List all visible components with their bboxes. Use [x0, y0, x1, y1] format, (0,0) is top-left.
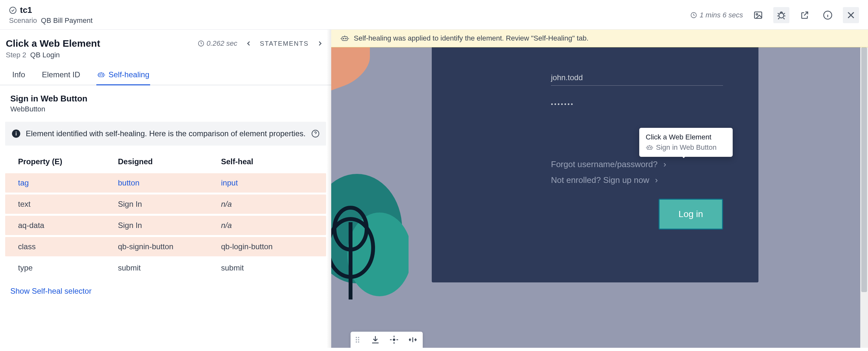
- scenario-label: Scenario: [9, 17, 37, 25]
- enroll-link: Not enrolled? Sign up now›: [551, 175, 723, 185]
- svg-rect-7: [99, 73, 104, 77]
- tab-element-id[interactable]: Element ID: [41, 66, 81, 85]
- robot-icon: [646, 145, 653, 150]
- element-type: WebButton: [10, 105, 321, 113]
- info-icon[interactable]: [820, 7, 836, 23]
- info-panel-text: Element identified with self-healing. He…: [26, 128, 306, 139]
- bug-icon[interactable]: [773, 7, 789, 23]
- cell-designed: submit: [118, 263, 221, 273]
- drag-handle-icon[interactable]: [356, 337, 362, 343]
- step-label: Step 2: [6, 51, 26, 59]
- tooltip-title: Click a Web Element: [646, 133, 726, 141]
- cell-self-heal: qb-login-button: [221, 242, 313, 251]
- step-value: QB Login: [30, 51, 60, 59]
- scrollbar-thumb[interactable]: [861, 47, 867, 292]
- svg-point-22: [648, 148, 649, 148]
- statements-button[interactable]: STATEMENTS: [260, 40, 309, 47]
- svg-rect-11: [16, 133, 17, 135]
- tooltip-subtitle: Sign in Web Button: [656, 143, 717, 152]
- property-table: Property (E) Designed Self-heal tagbutto…: [0, 146, 331, 278]
- cell-property: type: [18, 263, 118, 273]
- download-icon[interactable]: [371, 335, 380, 345]
- decoration-tree: [331, 164, 408, 299]
- scenario-value: QB Bill Payment: [41, 17, 92, 25]
- target-icon[interactable]: [389, 335, 399, 345]
- cell-designed: Sign In: [118, 221, 221, 230]
- cell-self-heal: input: [221, 179, 313, 187]
- banner-text: Self-healing was applied to identify the…: [354, 34, 589, 42]
- svg-point-16: [345, 38, 346, 39]
- total-time: 1 mins 6 secs: [690, 11, 743, 19]
- password-field: •••••••: [551, 101, 574, 107]
- cell-property: aq-data: [18, 221, 118, 230]
- next-step-button[interactable]: [314, 38, 326, 49]
- svg-point-8: [99, 75, 100, 75]
- step-duration: 0.262 sec: [197, 39, 237, 47]
- svg-point-4: [779, 13, 784, 18]
- col-property: Property (E): [18, 157, 118, 166]
- left-panel: Click a Web Element Step 2 QB Login 0.26…: [0, 30, 331, 348]
- fit-width-icon[interactable]: [408, 335, 417, 345]
- tab-self-healing[interactable]: Self-healing: [96, 66, 150, 85]
- svg-point-24: [394, 339, 395, 341]
- username-field: john.todd: [551, 73, 583, 82]
- screenshot-toolbar[interactable]: [350, 332, 423, 348]
- tab-info[interactable]: Info: [11, 66, 26, 85]
- prev-step-button[interactable]: [243, 38, 254, 49]
- close-button[interactable]: [843, 7, 859, 23]
- cell-self-heal: submit: [221, 263, 313, 273]
- step-title: Click a Web Element: [6, 38, 100, 49]
- vertical-scrollbar[interactable]: [860, 47, 868, 348]
- svg-point-23: [650, 148, 651, 148]
- header-right: 1 mins 6 secs: [690, 7, 859, 23]
- svg-point-3: [756, 13, 758, 15]
- info-panel: Element identified with self-healing. He…: [5, 122, 326, 146]
- login-button: Log in: [658, 199, 723, 230]
- cell-designed: Sign In: [118, 200, 221, 209]
- show-self-heal-selector-link[interactable]: Show Self-heal selector: [0, 278, 331, 296]
- external-link-icon[interactable]: [797, 7, 813, 23]
- forgot-link: Forgot username/password?›: [551, 159, 723, 169]
- cell-property: text: [18, 200, 118, 209]
- table-row: typesubmitsubmit: [5, 258, 326, 278]
- table-row: aq-dataSign Inn/a: [5, 216, 326, 235]
- element-name: Sign in Web Button: [10, 94, 321, 104]
- svg-point-15: [343, 38, 344, 39]
- cell-self-heal: n/a: [221, 200, 313, 209]
- check-circle-icon: [9, 6, 17, 14]
- table-row: textSign Inn/a: [5, 194, 326, 214]
- svg-rect-14: [342, 37, 348, 40]
- right-panel: Self-healing was applied to identify the…: [331, 30, 868, 348]
- element-tooltip: Click a Web Element Sign in Web Button: [639, 128, 733, 157]
- login-card: john.todd ••••••• Forgot username/passwo…: [432, 47, 758, 282]
- robot-icon: [97, 71, 105, 78]
- window-header: tc1 Scenario QB Bill Payment 1 mins 6 se…: [0, 0, 868, 30]
- svg-rect-21: [647, 146, 652, 150]
- tabs: Info Element ID Self-healing: [0, 65, 331, 85]
- svg-point-12: [16, 131, 17, 132]
- svg-point-0: [10, 7, 16, 13]
- cell-property: class: [18, 242, 118, 251]
- svg-point-9: [102, 75, 102, 75]
- image-icon[interactable]: [750, 7, 766, 23]
- info-circle-icon: [11, 129, 21, 138]
- self-healing-banner: Self-healing was applied to identify the…: [331, 30, 868, 47]
- col-self-heal: Self-heal: [221, 157, 313, 166]
- cell-property: tag: [18, 179, 118, 187]
- table-row: classqb-signin-buttonqb-login-button: [5, 237, 326, 256]
- cell-designed: qb-signin-button: [118, 242, 221, 251]
- help-icon[interactable]: [311, 129, 320, 138]
- svg-rect-2: [754, 12, 762, 18]
- screenshot-viewer[interactable]: john.todd ••••••• Forgot username/passwo…: [331, 47, 868, 348]
- table-row: tagbuttoninput: [5, 173, 326, 193]
- cell-self-heal: n/a: [221, 221, 313, 230]
- cell-designed: button: [118, 179, 221, 187]
- robot-icon: [340, 35, 349, 42]
- col-designed: Designed: [118, 157, 221, 166]
- header-left: tc1 Scenario QB Bill Payment: [9, 5, 92, 25]
- test-case-title: tc1: [20, 5, 32, 15]
